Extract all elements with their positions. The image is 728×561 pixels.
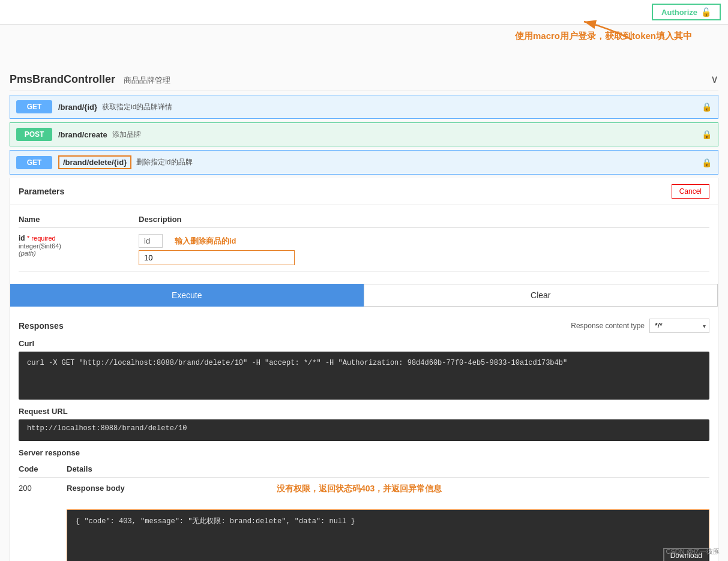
lock-icon: 🔒 (702, 130, 712, 139)
authorize-label: Authorize (661, 8, 697, 17)
param-label-row: id 输入删除商品的id (139, 234, 709, 248)
method-badge-get-active: GET (16, 156, 52, 169)
controller-subtitle: 商品品牌管理 (124, 76, 170, 85)
response-content-type-row: Response content type */* ▾ (571, 319, 709, 333)
csdn-watermark: CSDN @亿一彼豚 (666, 547, 720, 556)
response-body-json: { "code": 403, "message": "无此权限: brand:d… (67, 509, 709, 561)
server-response-section: Server response Code Details 200 Respons… (19, 448, 709, 561)
curl-label: Curl (19, 339, 709, 348)
parameters-title: Parameters (19, 187, 64, 196)
param-desc-col: id 输入删除商品的id (139, 234, 709, 265)
chevron-down-icon[interactable]: ∨ (711, 73, 718, 86)
param-required: * required (27, 235, 56, 242)
response-code-200: 200 (19, 484, 67, 493)
details-header: Details (67, 464, 709, 473)
param-name-col: id * required integer($int64) (path) (19, 234, 139, 257)
params-table-header: Name Description (19, 211, 709, 228)
response-table: Code Details 200 Response body 没有权限，返回状态… (19, 461, 709, 561)
request-url-block: http://localhost:8088/brand/delete/10 (19, 419, 709, 441)
response-details-200: Response body 没有权限，返回状态码403，并返回异常信息 { "c… (67, 484, 709, 561)
content-type-select-wrapper[interactable]: */* ▾ (649, 319, 709, 333)
col-header-name: Name (19, 215, 139, 224)
param-id-input[interactable] (139, 250, 295, 265)
param-type: integer($int64) (19, 242, 139, 250)
param-name: id (19, 234, 25, 242)
responses-header: Responses Response content type */* ▾ (19, 319, 709, 333)
top-annotation-text: 使用macro用户登录，获取到token填入其中 (515, 31, 692, 42)
request-url-section: Request URL http://localhost:8088/brand/… (19, 407, 709, 441)
active-endpoint-desc: 删除指定id的品牌 (136, 157, 192, 167)
param-annotation: 输入删除商品的id (175, 236, 236, 247)
params-table: Name Description id * required integer($… (10, 205, 718, 278)
content-type-select[interactable]: */* (649, 319, 709, 333)
controller-name: PmsBrandController (10, 73, 115, 85)
endpoint-row-post-brand-create[interactable]: POST /brand/create 添加品牌 🔒 (10, 122, 718, 146)
endpoint-path: /brand/{id} (58, 103, 97, 112)
method-badge-get: GET (16, 100, 52, 113)
active-endpoint-path: /brand/delete/{id} (58, 155, 131, 169)
endpoint-panel: Parameters Cancel Name Description id * … (10, 178, 718, 561)
response-table-row-200: 200 Response body 没有权限，返回状态码403，并返回异常信息 … (19, 478, 709, 561)
endpoint-desc: 获取指定id的品牌详情 (102, 102, 172, 112)
responses-section: Responses Response content type */* ▾ Cu… (10, 313, 718, 561)
param-label: id (139, 234, 163, 248)
response-body-annotation: 没有权限，返回状态码403，并返回异常信息 (277, 484, 442, 494)
endpoint-desc: 添加品牌 (112, 130, 141, 140)
param-row-id: id * required integer($int64) (path) id … (19, 228, 709, 272)
active-endpoint-wrapper: GET /brand/delete/{id} 删除指定id的品牌 🔒 对删除品牌… (10, 150, 718, 175)
top-annotation-wrapper: 使用macro用户登录，获取到token填入其中 (0, 25, 728, 61)
parameters-header: Parameters Cancel (10, 178, 718, 205)
method-badge-post: POST (16, 128, 52, 141)
responses-title: Responses (19, 321, 64, 331)
curl-code-block: curl -X GET "http://localhost:8088/brand… (19, 352, 709, 400)
endpoint-row-get-brand-delete[interactable]: GET /brand/delete/{id} 删除指定id的品牌 🔒 (10, 150, 718, 175)
response-table-header: Code Details (19, 461, 709, 478)
lock-icon-active: 🔒 (702, 158, 712, 167)
authorize-button[interactable]: Authorize 🔓 (652, 4, 721, 20)
endpoint-row-get-brand-id[interactable]: GET /brand/{id} 获取指定id的品牌详情 🔒 (10, 95, 718, 119)
controller-title-row: PmsBrandController 商品品牌管理 (10, 73, 170, 86)
curl-section: Curl curl -X GET "http://localhost:8088/… (19, 339, 709, 400)
content-type-label: Response content type (571, 322, 645, 330)
controller-header: PmsBrandController 商品品牌管理 ∨ (10, 67, 718, 91)
clear-button[interactable]: Clear (364, 284, 718, 307)
request-url-label: Request URL (19, 407, 709, 416)
action-buttons: Execute Clear (10, 284, 718, 307)
main-content: PmsBrandController 商品品牌管理 ∨ GET /brand/{… (0, 61, 728, 561)
server-response-title: Server response (19, 448, 709, 457)
code-header: Code (19, 464, 67, 473)
lock-open-icon: 🔓 (701, 7, 711, 17)
param-location: (path) (19, 250, 139, 257)
endpoint-path: /brand/create (58, 130, 107, 139)
lock-icon: 🔒 (702, 102, 712, 112)
col-header-desc: Description (139, 215, 709, 224)
execute-button[interactable]: Execute (10, 284, 364, 307)
cancel-button[interactable]: Cancel (672, 184, 709, 199)
